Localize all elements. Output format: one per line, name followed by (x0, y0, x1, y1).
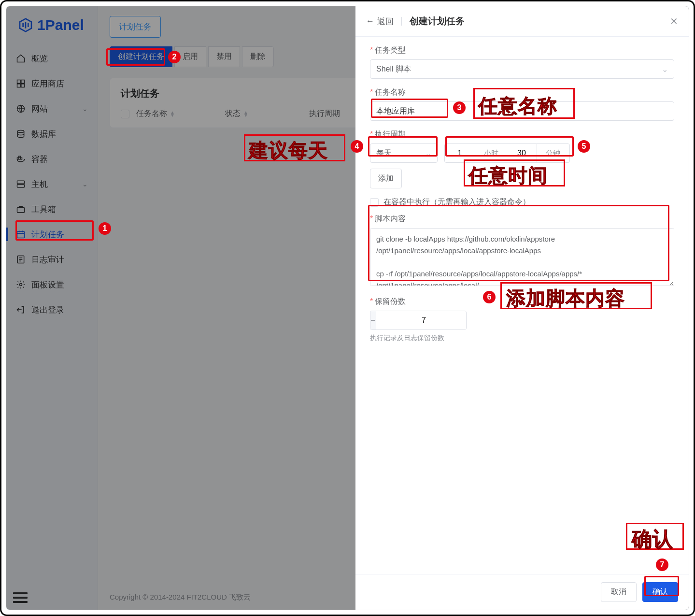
add-cycle-button[interactable]: 添加 (370, 169, 402, 188)
script-label: *脚本内容 (370, 214, 674, 224)
drawer-footer: 取消 确认 (355, 574, 689, 610)
container-exec-label: 在容器中执行（无需再输入进入容器命令） (383, 197, 530, 207)
back-label: 返回 (377, 16, 394, 27)
task-type-value: Shell 脚本 (376, 64, 411, 74)
drawer-title: 创建计划任务 (410, 15, 465, 28)
field-script: *脚本内容 (370, 214, 674, 288)
app-root: 1Panel 概览 应用商店 网站 ⌄ 数据库 容器 (6, 6, 689, 610)
cycle-select[interactable]: 每天 ⌄ (370, 143, 438, 163)
drawer-body: *任务类型 Shell 脚本 ⌄ *任务名称 *执行周期 每天 ⌄ (355, 37, 689, 574)
field-task-name: *任务名称 (370, 87, 674, 121)
task-name-input-wrap (370, 101, 674, 121)
stepper-decrease[interactable]: − (370, 311, 376, 329)
field-keep: *保留份数 − + 执行记录及日志保留份数 (370, 297, 674, 343)
keep-stepper: − + (370, 311, 467, 330)
script-textarea[interactable] (370, 228, 674, 286)
task-name-input[interactable] (376, 107, 668, 115)
cycle-row: 每天 ⌄ 小时 分钟 (370, 143, 674, 163)
keep-label: *保留份数 (370, 297, 674, 307)
field-task-type: *任务类型 Shell 脚本 ⌄ (370, 45, 674, 79)
field-cycle: *执行周期 每天 ⌄ 小时 分钟 添加 (370, 129, 674, 188)
separator (401, 17, 402, 26)
task-name-label: *任务名称 (370, 87, 674, 98)
cycle-label: *执行周期 (370, 129, 674, 140)
cycle-time: 小时 分钟 (444, 143, 570, 163)
hour-unit: 小时 (475, 144, 507, 162)
cycle-value: 每天 (376, 148, 392, 158)
confirm-button[interactable]: 确认 (642, 582, 678, 602)
container-exec-checkbox[interactable] (370, 198, 379, 207)
create-task-drawer: ← 返回 创建计划任务 ✕ *任务类型 Shell 脚本 ⌄ *任务名称 (355, 6, 689, 610)
task-type-label: *任务类型 (370, 45, 674, 56)
arrow-left-icon: ← (366, 16, 374, 26)
close-icon[interactable]: ✕ (670, 15, 678, 27)
keep-input[interactable] (376, 311, 467, 329)
keep-hint: 执行记录及日志保留份数 (370, 334, 674, 343)
hour-input[interactable] (445, 144, 475, 162)
container-exec-row[interactable]: 在容器中执行（无需再输入进入容器命令） (370, 197, 674, 207)
cancel-button[interactable]: 取消 (601, 582, 637, 602)
minute-input[interactable] (507, 144, 537, 162)
minute-unit: 分钟 (537, 144, 568, 162)
task-type-select[interactable]: Shell 脚本 ⌄ (370, 59, 674, 79)
drawer-header: ← 返回 创建计划任务 ✕ (355, 6, 689, 37)
chevron-down-icon: ⌄ (425, 149, 431, 158)
chevron-down-icon: ⌄ (662, 65, 668, 74)
back-button[interactable]: ← 返回 (366, 16, 394, 27)
